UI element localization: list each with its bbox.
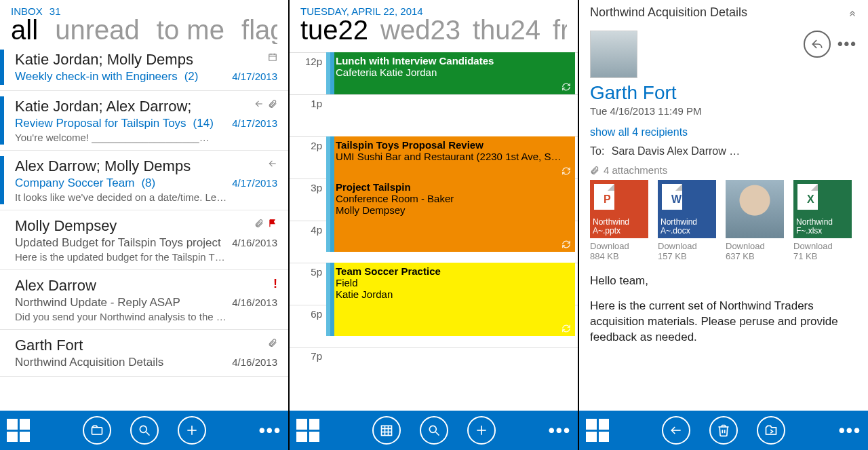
message-count: (2) <box>184 70 199 83</box>
more-actions-button[interactable]: ••• <box>837 35 857 53</box>
day-tab[interactable]: fri25 <box>553 16 567 44</box>
more-button[interactable]: ••• <box>259 420 281 441</box>
message-from: Katie Jordan; Alex Darrow; <box>15 98 277 115</box>
calendar-event[interactable]: Lunch with Interview CandidatesCafeteria… <box>326 52 575 94</box>
reply-button[interactable] <box>804 31 831 58</box>
more-button[interactable]: ••• <box>549 420 571 441</box>
event-location: Cafeteria Katie Jordan <box>336 67 570 78</box>
recurring-icon <box>561 324 571 333</box>
more-button[interactable]: ••• <box>839 420 861 441</box>
calendar-grid[interactable]: 12p1p2p3p4p5p6p7pLunch with Interview Ca… <box>290 52 578 411</box>
message-preview: You're welcome! ___________________… <box>15 132 277 143</box>
show-recipients-link[interactable]: show all 4 recipients <box>590 126 857 138</box>
start-icon[interactable] <box>296 419 319 442</box>
message-item[interactable]: Alex Darrow; Molly DempsCompany Soccer T… <box>0 151 288 210</box>
move-button[interactable] <box>757 416 785 445</box>
message-item[interactable]: Molly DempseyUpdated Budget for Tailspin… <box>0 210 288 270</box>
add-button[interactable] <box>467 416 496 445</box>
filter-all[interactable]: all <box>11 16 38 44</box>
message-preview: Did you send your Northwind analysis to … <box>15 311 277 322</box>
search-button[interactable] <box>420 416 448 445</box>
event-location: Field <box>336 277 570 288</box>
add-button[interactable] <box>178 416 206 445</box>
attachment-tile[interactable]: WNorthwind A~.docx <box>658 180 716 238</box>
hour-label: 3p <box>290 179 326 221</box>
delete-button[interactable] <box>709 416 738 445</box>
collapse-icon[interactable] <box>848 8 857 18</box>
filter-to-me[interactable]: to me <box>157 16 224 44</box>
event-organizer: Katie Jordan <box>336 288 570 300</box>
message-item[interactable]: Katie Jordan; Alex Darrow;Review Proposa… <box>0 91 288 151</box>
attachment[interactable]: PNorthwind A~.pptxDownload884 KB <box>590 180 648 261</box>
attachment-size: 71 KB <box>793 251 852 261</box>
paperclip-icon <box>590 166 599 175</box>
attachment-tile[interactable]: XNorthwind F~.xlsx <box>793 180 852 238</box>
recurring-icon <box>561 240 571 249</box>
attachment-name: Northwind F~.xlsx <box>796 218 849 236</box>
download-link[interactable]: Download <box>658 241 716 251</box>
message-icons <box>268 159 277 168</box>
attachment[interactable]: WNorthwind A~.docxDownload157 KB <box>658 180 716 261</box>
folder-button[interactable] <box>83 416 111 445</box>
back-button[interactable] <box>662 416 690 445</box>
message-subject: Northwind Update - Reply ASAP <box>15 296 180 310</box>
message-count: (14) <box>193 117 214 130</box>
calendar-icon <box>268 52 277 62</box>
message-preview: Here is the updated budget for the Tails… <box>15 251 277 263</box>
svg-point-14 <box>429 426 436 432</box>
message-date: 4/17/2013 <box>226 71 277 82</box>
reading-pane: Northwind Acquisition Details ••• Garth … <box>579 0 868 450</box>
attachment-size: 157 KB <box>658 251 716 261</box>
attachment[interactable]: Download637 KB <box>726 180 784 261</box>
event-title: Team Soccer Practice <box>336 265 570 277</box>
message-count: (8) <box>141 176 155 190</box>
sent-time: Tue 4/16/2013 11:49 PM <box>590 105 857 117</box>
day-tab[interactable]: tue22 <box>300 16 368 44</box>
reading-subject: Northwind Acquisition Details <box>590 5 848 20</box>
attachment-name: Northwind A~.pptx <box>593 218 646 236</box>
month-view-button[interactable] <box>372 416 401 445</box>
message-icons <box>268 338 277 348</box>
message-subject: Review Proposal for Tailspin Toys <box>15 117 186 130</box>
sender-name[interactable]: Garth Fort <box>590 82 857 104</box>
message-item[interactable]: Katie Jordan; Molly DempsWeekly check-in… <box>0 44 288 91</box>
message-from: Molly Dempsey <box>15 217 277 235</box>
start-icon[interactable] <box>586 419 609 442</box>
message-item[interactable]: Garth FortNorthwind Acquisition Details4… <box>0 330 288 377</box>
message-subject: Company Soccer Team <box>15 176 134 190</box>
download-link[interactable]: Download <box>793 241 852 251</box>
message-date: 4/17/2013 <box>226 177 277 189</box>
download-link[interactable]: Download <box>590 241 648 251</box>
event-location: UMI Sushi Bar and Restaurant (2230 1st A… <box>336 151 570 162</box>
attachment-tile[interactable] <box>726 180 784 238</box>
hour-row[interactable]: 7p <box>290 347 578 389</box>
message-item[interactable]: Alex Darrow!Northwind Update - Reply ASA… <box>0 270 288 330</box>
message-date: 4/17/2013 <box>226 117 277 129</box>
attachment[interactable]: XNorthwind F~.xlsxDownload71 KB <box>793 180 852 261</box>
sender-row: ••• <box>590 31 857 78</box>
download-link[interactable]: Download <box>726 241 784 251</box>
day-tab[interactable]: thu24 <box>473 16 540 44</box>
calendar-event[interactable]: Tailspin Toys Proposal ReviewUMI Sushi B… <box>326 136 575 179</box>
start-icon[interactable] <box>7 419 30 442</box>
attachment-size: 884 KB <box>590 251 648 261</box>
message-from: Katie Jordan; Molly Demps <box>15 51 277 69</box>
sender-avatar[interactable] <box>590 31 637 78</box>
attach-icon <box>268 99 277 109</box>
flag-icon <box>268 219 277 228</box>
message-list[interactable]: Katie Jordan; Molly DempsWeekly check-in… <box>0 44 288 411</box>
search-button[interactable] <box>130 416 159 445</box>
calendar-event[interactable]: Project TailspinConference Room - BakerM… <box>326 179 575 252</box>
calendar-event[interactable]: Team Soccer PracticeFieldKatie Jordan <box>326 263 575 336</box>
message-icons <box>254 219 277 228</box>
filter-unread[interactable]: unread <box>55 16 140 44</box>
event-organizer: Molly Dempsey <box>336 204 570 216</box>
filter-flagged[interactable]: flagged <box>241 16 277 44</box>
hour-label: 5p <box>290 263 326 305</box>
day-tab[interactable]: wed23 <box>380 16 460 44</box>
hour-row[interactable]: 1p <box>290 94 578 136</box>
attachment-tile[interactable]: PNorthwind A~.pptx <box>590 180 648 238</box>
hour-label: 12p <box>290 53 326 94</box>
to-recipients: Sara Davis Alex Darrow … <box>612 145 740 157</box>
attachments-header[interactable]: 4 attachments <box>590 164 857 176</box>
